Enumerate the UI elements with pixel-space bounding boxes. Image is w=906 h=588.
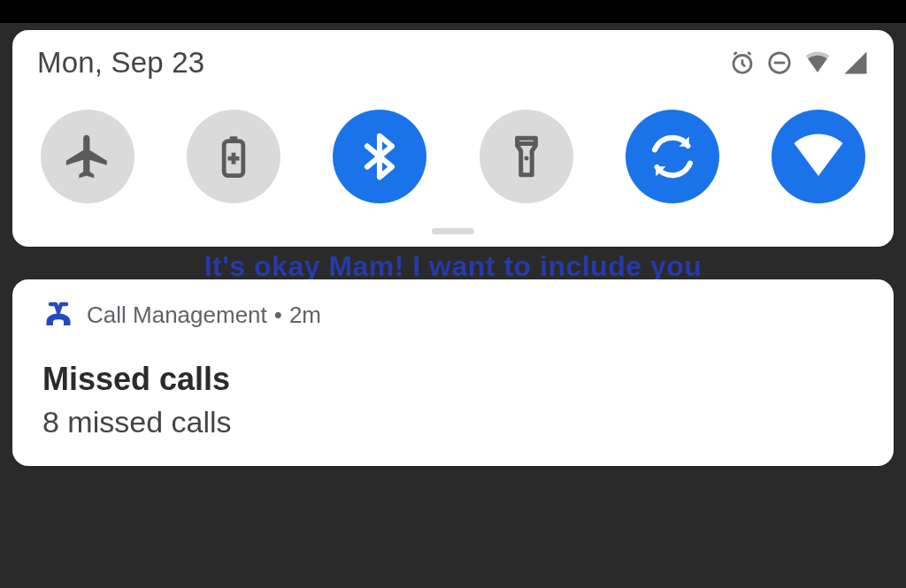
status-icons <box>729 50 869 76</box>
notification-card[interactable]: Call Management • 2m Missed calls 8 miss… <box>12 279 894 466</box>
notification-app-name: Call Management <box>87 302 267 329</box>
flashlight-tile[interactable] <box>480 110 573 203</box>
notification-title: Missed calls <box>42 361 864 398</box>
wifi-signal-icon <box>803 50 832 76</box>
svg-point-8 <box>524 157 528 161</box>
notification-age: 2m <box>289 302 321 329</box>
wifi-icon <box>789 127 848 186</box>
status-row: Mon, Sep 23 <box>37 46 869 80</box>
airplane-icon <box>62 131 113 182</box>
airplane-mode-tile[interactable] <box>41 110 134 203</box>
notification-body: 8 missed calls <box>42 405 864 439</box>
battery-plus-icon <box>211 134 257 179</box>
bluetooth-tile[interactable] <box>333 110 426 203</box>
cellular-signal-icon <box>842 50 869 76</box>
date-label: Mon, Sep 23 <box>37 46 204 80</box>
notification-shade: Mon, Sep 23 <box>0 23 906 588</box>
expand-handle[interactable] <box>432 228 474 234</box>
rotate-icon <box>646 130 699 183</box>
flashlight-icon <box>504 134 549 179</box>
background-peek-text: It's okay Mam! I want to include you <box>0 250 906 283</box>
notification-header: Call Management • 2m <box>42 299 864 331</box>
svg-rect-4 <box>230 136 238 141</box>
wifi-tile[interactable] <box>772 110 865 203</box>
quick-settings-tiles <box>37 80 869 212</box>
battery-saver-tile[interactable] <box>187 110 280 203</box>
bluetooth-icon <box>355 132 404 181</box>
do-not-disturb-icon <box>766 50 793 76</box>
alarm-icon <box>729 50 756 76</box>
phone-app-icon <box>42 299 74 331</box>
auto-rotate-tile[interactable] <box>626 110 719 203</box>
quick-settings-panel: Mon, Sep 23 <box>12 30 894 247</box>
notification-separator: • <box>274 302 282 329</box>
